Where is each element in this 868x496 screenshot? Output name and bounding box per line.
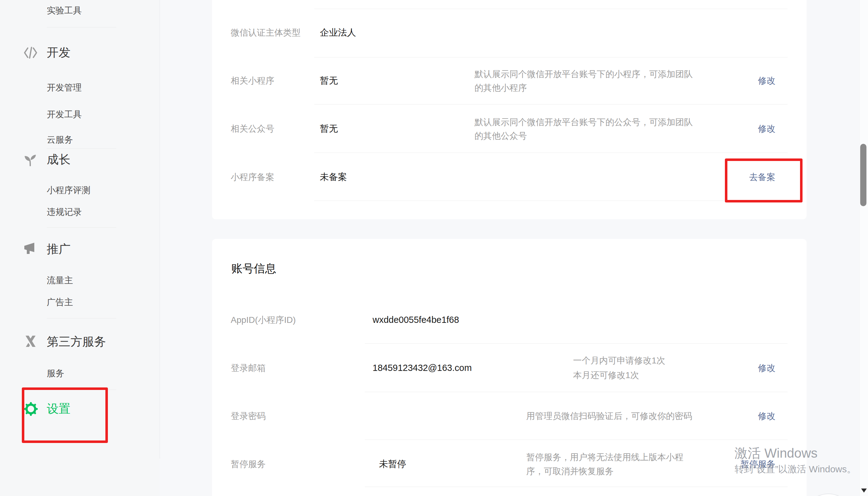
row-desc-line: 暂停服务，用户将无法使用线上版本小程: [526, 453, 684, 462]
sidebar-item-advertiser[interactable]: 广告主: [47, 297, 73, 308]
sidebar-item-cloud-service[interactable]: 云服务: [47, 135, 73, 145]
row-desc-line: 本月还可修改1次: [573, 371, 639, 380]
sidebar-item-violation-records[interactable]: 违规记录: [47, 207, 82, 217]
row-divider: [314, 153, 788, 153]
wechat-miniprogram-settings-page: 实验工具 开发 开发管理 开发工具 云服务 成长 小程序评测 违规记录: [0, 0, 868, 496]
sidebar-divider: [47, 318, 116, 319]
profile-info-card: 微信认证主体类型 企业法人 相关小程序 暂无 默认展示同个微信开放平台账号下的小…: [212, 0, 807, 219]
row-label-login-password: 登录密码: [231, 412, 266, 421]
row-divider: [314, 104, 788, 105]
row-divider: [365, 392, 788, 392]
row-value-related-miniprograms: 暂无: [320, 76, 338, 86]
x-brand-icon: [23, 335, 38, 349]
row-value-cert-subject-type: 企业法人: [320, 28, 356, 37]
sidebar-item-dev-manage[interactable]: 开发管理: [47, 82, 82, 93]
scrollbar-down-arrow-icon[interactable]: [861, 489, 867, 493]
row-value-miniprogram-filing: 未备案: [320, 172, 347, 182]
sidebar-section-settings[interactable]: 设置: [47, 402, 70, 416]
row-divider: [314, 201, 788, 201]
row-divider: [314, 9, 788, 9]
row-value-login-email: 18459123432@163.com: [373, 363, 472, 373]
sidebar-divider: [47, 27, 116, 28]
sidebar-item-experiment-tools[interactable]: 实验工具: [47, 5, 82, 16]
sidebar-right-border: [160, 0, 160, 459]
sidebar: 实验工具 开发 开发管理 开发工具 云服务 成长 小程序评测 违规记录: [0, 0, 160, 496]
modify-login-email-link[interactable]: 修改: [758, 363, 775, 373]
sidebar-item-traffic-owner[interactable]: 流量主: [47, 275, 73, 286]
modify-related-official-accounts-link[interactable]: 修改: [758, 124, 775, 134]
code-icon: [23, 46, 38, 60]
row-desc-line: 序，可取消并恢复服务: [526, 467, 614, 476]
sidebar-section-thirdparty[interactable]: 第三方服务: [47, 335, 106, 349]
sidebar-item-dev-tools[interactable]: 开发工具: [47, 109, 82, 120]
modify-login-password-link[interactable]: 修改: [758, 412, 775, 421]
sprout-icon: [23, 153, 38, 167]
floating-bubble[interactable]: [803, 494, 853, 496]
row-desc-line: 的其他小程序: [475, 83, 527, 93]
sidebar-divider: [47, 390, 116, 390]
row-desc-line: 默认展示同个微信开放平台账号下的小程序，可添加团队: [475, 69, 693, 79]
gear-icon: [24, 402, 39, 416]
row-desc-line: 默认展示同个微信开放平台账号下的公众号，可添加团队: [475, 118, 693, 127]
row-desc-line: 的其他公众号: [475, 131, 527, 141]
row-value-suspend-service: 未暂停: [379, 459, 406, 469]
row-divider: [365, 439, 788, 440]
row-label-cert-subject-type: 微信认证主体类型: [231, 28, 301, 37]
scrollbar-track[interactable]: [859, 0, 868, 496]
row-desc-line: 用管理员微信扫码验证后，可修改你的密码: [526, 412, 692, 421]
row-label-suspend-service: 暂停服务: [231, 460, 266, 469]
row-value-related-official-accounts: 暂无: [320, 124, 338, 134]
row-label-related-official-accounts: 相关公众号: [231, 124, 274, 134]
sidebar-divider: [47, 149, 116, 149]
row-value-appid: wxdde0055fe4be1f68: [373, 315, 459, 325]
sidebar-section-promotion[interactable]: 推广: [47, 242, 70, 256]
account-info-title: 账号信息: [231, 262, 276, 275]
sidebar-item-service[interactable]: 服务: [47, 368, 64, 379]
account-info-card: 账号信息 AppID(小程序ID) wxdde0055fe4be1f68 登录邮…: [212, 239, 807, 496]
go-filing-link[interactable]: 去备案: [749, 172, 775, 182]
megaphone-icon: [23, 242, 38, 257]
row-label-miniprogram-filing: 小程序备案: [231, 172, 274, 182]
sidebar-section-development[interactable]: 开发: [47, 45, 70, 60]
row-desc-line: 一个月内可申请修改1次: [573, 356, 665, 365]
suspend-service-link[interactable]: 暂停服务: [740, 460, 775, 469]
row-label-appid: AppID(小程序ID): [231, 315, 295, 325]
modify-related-miniprograms-link[interactable]: 修改: [758, 76, 775, 86]
sidebar-section-growth[interactable]: 成长: [47, 152, 70, 167]
row-label-related-miniprograms: 相关小程序: [231, 76, 274, 86]
sidebar-item-miniprogram-review[interactable]: 小程序评测: [47, 185, 91, 196]
scrollbar-thumb[interactable]: [860, 144, 866, 206]
row-label-login-email: 登录邮箱: [231, 363, 266, 373]
row-divider: [365, 343, 788, 344]
